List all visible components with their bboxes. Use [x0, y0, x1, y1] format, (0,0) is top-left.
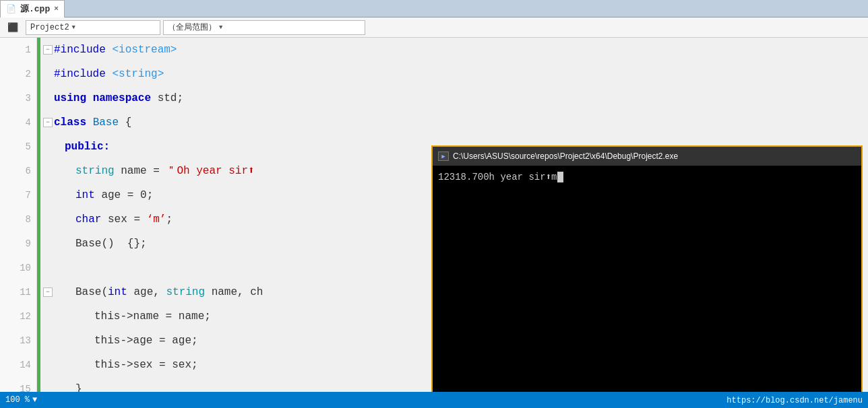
- field-8a: sex =: [101, 207, 146, 232]
- space-2: [106, 62, 113, 86]
- scope-dropdown[interactable]: （全局范围） ▼: [163, 20, 365, 35]
- line-num-5: 5: [0, 135, 36, 159]
- brace-close-15: }: [75, 377, 82, 392]
- code-line-1: － #include <iostream>: [43, 38, 868, 62]
- this-12: this->name = name;: [94, 304, 211, 329]
- this-14: this->sex = sex;: [94, 353, 198, 377]
- arrow-up-6: ⬆: [248, 159, 255, 183]
- project-icon: ⬛: [7, 22, 18, 33]
- terminal-body: 12318.700h year sir⬆m: [433, 166, 861, 392]
- line-numbers: 1 2 3 4 5 6 7 8 9 10 11 12 13 14 15: [0, 38, 37, 392]
- int-keyword-7: int: [75, 183, 95, 207]
- space-3b: [151, 86, 158, 110]
- line-num-6: 6: [0, 159, 36, 183]
- project-dropdown-label: Project2: [30, 23, 69, 32]
- code-line-4: － class Base {: [43, 110, 868, 135]
- line-num-2: 2: [0, 62, 36, 86]
- angle-bracket-1: <iostream>: [112, 38, 177, 62]
- scope-dropdown-arrow: ▼: [219, 24, 222, 31]
- editor-wrapper: 📄 源.cpp × ⬛ Project2 ▼ （全局范围） ▼ 1 2 3 4 …: [0, 0, 868, 408]
- line-num-1: 1: [0, 38, 36, 62]
- code-line-2: #include <string>: [43, 62, 868, 86]
- class-keyword: class: [54, 110, 86, 135]
- terminal-title-text: C:\Users\ASUS\source\repos\Project2\x64\…: [453, 151, 678, 161]
- line-num-4: 4: [0, 110, 36, 135]
- terminal-app-icon: ▶: [438, 151, 449, 161]
- include-keyword-2: #include: [54, 62, 106, 86]
- public-keyword: public:: [65, 135, 110, 159]
- using-keyword: using: [54, 86, 86, 110]
- std-text: std;: [158, 86, 183, 110]
- field-7: age = 0;: [95, 183, 153, 207]
- code-line-3: using namespace std;: [43, 86, 868, 110]
- tab-source-cpp[interactable]: 📄 源.cpp ×: [0, 0, 65, 18]
- terminal-titlebar: ▶ C:\Users\ASUS\source\repos\Project2\x6…: [433, 147, 861, 166]
- blog-url-text: https://blog.csdn.net/jamenu: [726, 396, 863, 405]
- char-value-8: ‘m’: [147, 207, 166, 232]
- line-num-11: 11: [0, 280, 36, 304]
- namespace-keyword: namespace: [93, 86, 151, 110]
- project-dropdown[interactable]: Project2 ▼: [26, 20, 160, 35]
- line-num-10: 10: [0, 256, 36, 280]
- line-num-12: 12: [0, 304, 36, 329]
- string-type-11: string: [166, 280, 205, 304]
- terminal-arrow: ⬆: [546, 172, 551, 182]
- space-1: [106, 38, 113, 62]
- collapse-btn-4[interactable]: －: [43, 118, 53, 127]
- collapse-btn-11[interactable]: －: [43, 287, 53, 297]
- field-8b: ;: [166, 207, 173, 232]
- terminal-overlay: ▶ C:\Users\ASUS\source\repos\Project2\x6…: [431, 145, 863, 392]
- line-num-7: 7: [0, 183, 36, 207]
- tab-icon: 📄: [6, 4, 16, 14]
- space-3a: [86, 86, 93, 110]
- constructor-11b: age,: [127, 280, 166, 304]
- terminal-output-text: 12318.700h year sir: [438, 172, 546, 182]
- class-name: Base: [93, 110, 119, 135]
- line-num-15: 15: [0, 377, 36, 392]
- string-value-6: ＂Oh year sir: [166, 159, 248, 183]
- space-4: [86, 110, 93, 135]
- blog-url: https://blog.csdn.net/jamenu: [726, 394, 863, 406]
- this-13: this->age = age;: [94, 329, 198, 353]
- field-6: name =: [115, 159, 166, 183]
- constructor-9: Base() {};: [75, 232, 147, 256]
- status-bar: 100 % ▼ https://blog.csdn.net/jamenu: [0, 392, 868, 408]
- int-keyword-11: int: [108, 280, 127, 304]
- constructor-11c: name, ch: [205, 280, 263, 304]
- line-num-9: 9: [0, 232, 36, 256]
- zoom-control[interactable]: 100 % ▼: [5, 395, 37, 405]
- project-item: ⬛: [3, 20, 23, 35]
- tab-bar: 📄 源.cpp ×: [0, 0, 868, 18]
- zoom-arrow: ▼: [32, 395, 37, 405]
- char-keyword-8: char: [75, 207, 101, 232]
- main-content: 1 2 3 4 5 6 7 8 9 10 11 12 13 14 15 － #i…: [0, 38, 868, 392]
- tab-label: 源.cpp: [20, 3, 50, 15]
- terminal-cursor-char: m: [551, 172, 557, 182]
- line-num-8: 8: [0, 207, 36, 232]
- terminal-cursor: [557, 172, 563, 182]
- zoom-value: 100 %: [5, 395, 30, 405]
- constructor-11a: Base(: [75, 280, 108, 304]
- line-num-14: 14: [0, 353, 36, 377]
- toolbar-row: ⬛ Project2 ▼ （全局范围） ▼: [0, 18, 868, 38]
- project-dropdown-arrow: ▼: [72, 24, 75, 31]
- angle-bracket-2: <string>: [112, 62, 164, 86]
- scope-dropdown-label: （全局范围）: [168, 22, 216, 33]
- tab-close-btn[interactable]: ×: [54, 5, 59, 13]
- terminal-output-line: 12318.700h year sir⬆m: [438, 171, 856, 182]
- collapse-btn-1[interactable]: －: [43, 45, 53, 55]
- line-num-3: 3: [0, 86, 36, 110]
- line-num-13: 13: [0, 329, 36, 353]
- include-keyword-1: #include: [54, 38, 106, 62]
- brace-open: {: [119, 110, 131, 135]
- string-type-6: string: [75, 159, 115, 183]
